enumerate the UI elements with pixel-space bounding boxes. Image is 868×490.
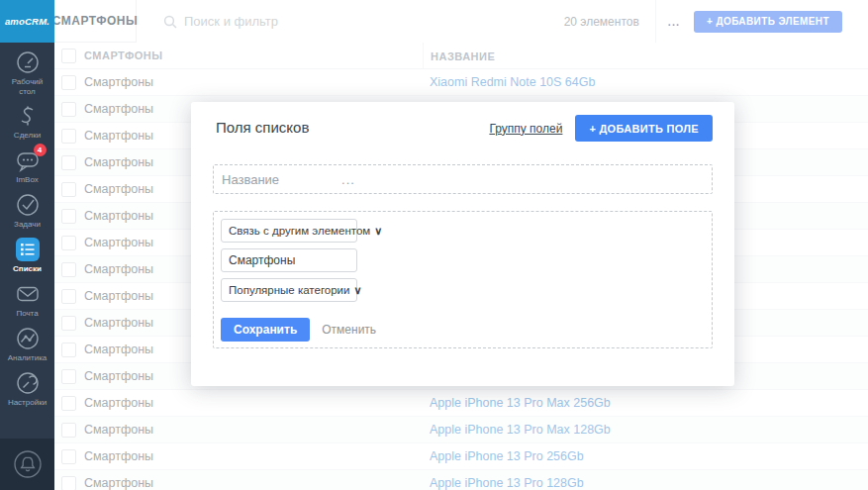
sidebar: amoCRM. Рабочий стол Сделки bbox=[0, 0, 54, 490]
logo-text: amoCRM. bbox=[5, 16, 49, 27]
sidebar-item-mail[interactable]: Почта bbox=[0, 279, 54, 324]
mail-icon bbox=[15, 281, 41, 307]
name-field-dots: ... bbox=[341, 172, 355, 187]
tasks-icon bbox=[15, 192, 41, 218]
bell-icon bbox=[12, 448, 44, 480]
category-select[interactable]: Популярные категории ∨ bbox=[221, 278, 357, 302]
new-field-form: Связь с другим элементом ∨ Популярные ка… bbox=[213, 211, 713, 348]
chat-icon: 4 bbox=[15, 147, 41, 173]
modal-title: Поля списков bbox=[216, 119, 309, 136]
chevron-down-icon: ∨ bbox=[353, 284, 361, 297]
save-button[interactable]: Сохранить bbox=[221, 318, 310, 342]
add-field-button[interactable]: + ДОБАВИТЬ ПОЛЕ bbox=[575, 115, 713, 142]
sidebar-notifications[interactable] bbox=[0, 439, 54, 490]
deals-icon bbox=[15, 103, 41, 129]
relation-type-select[interactable]: Связь с другим элементом ∨ bbox=[221, 219, 357, 243]
sidebar-item-label: Рабочий стол bbox=[3, 77, 52, 97]
modal-header-actions: Группу полей + ДОБАВИТЬ ПОЛЕ bbox=[489, 115, 713, 142]
sidebar-item-label: Настройки bbox=[3, 398, 52, 408]
name-field-label: Название bbox=[222, 172, 279, 187]
settings-icon bbox=[15, 370, 41, 396]
sidebar-item-deals[interactable]: Сделки bbox=[0, 101, 54, 146]
sidebar-nav: Рабочий стол Сделки bbox=[0, 43, 54, 413]
sidebar-item-desktop[interactable]: Рабочий стол bbox=[0, 48, 54, 101]
sidebar-item-label: Почта bbox=[3, 309, 52, 319]
sidebar-item-label: Сделки bbox=[3, 131, 52, 141]
sidebar-item-analytics[interactable]: Аналитика bbox=[0, 324, 54, 368]
sidebar-item-tasks[interactable]: Задачи bbox=[0, 190, 54, 235]
list-fields-modal: Поля списков Группу полей + ДОБАВИТЬ ПОЛ… bbox=[191, 102, 734, 386]
sidebar-item-settings[interactable]: Настройки bbox=[0, 368, 54, 413]
sidebar-item-label: Аналитика bbox=[3, 353, 52, 363]
sidebar-item-label: ImBox bbox=[3, 175, 52, 185]
lists-icon bbox=[15, 237, 41, 262]
sidebar-item-lists[interactable]: Списки bbox=[0, 235, 54, 279]
amocrm-logo[interactable]: amoCRM. bbox=[0, 0, 54, 43]
dashboard-icon bbox=[15, 49, 41, 75]
form-actions: Сохранить Отменить bbox=[221, 318, 705, 342]
sidebar-item-imbox[interactable]: 4 ImBox bbox=[0, 146, 54, 190]
amocrm-app: amoCRM. Рабочий стол Сделки bbox=[0, 0, 868, 490]
imbox-badge: 4 bbox=[34, 144, 47, 156]
name-field-row[interactable]: Название ... bbox=[213, 164, 713, 194]
analytics-icon bbox=[15, 326, 41, 351]
element-name-input[interactable] bbox=[221, 248, 357, 272]
chevron-down-icon: ∨ bbox=[374, 225, 382, 238]
sidebar-item-label: Задачи bbox=[3, 220, 52, 230]
field-group-link[interactable]: Группу полей bbox=[489, 122, 562, 136]
sidebar-item-label: Списки bbox=[3, 264, 52, 274]
relation-type-value: Связь с другим элементом bbox=[229, 225, 370, 237]
category-value: Популярные категории bbox=[229, 284, 349, 296]
cancel-button[interactable]: Отменить bbox=[322, 323, 376, 337]
